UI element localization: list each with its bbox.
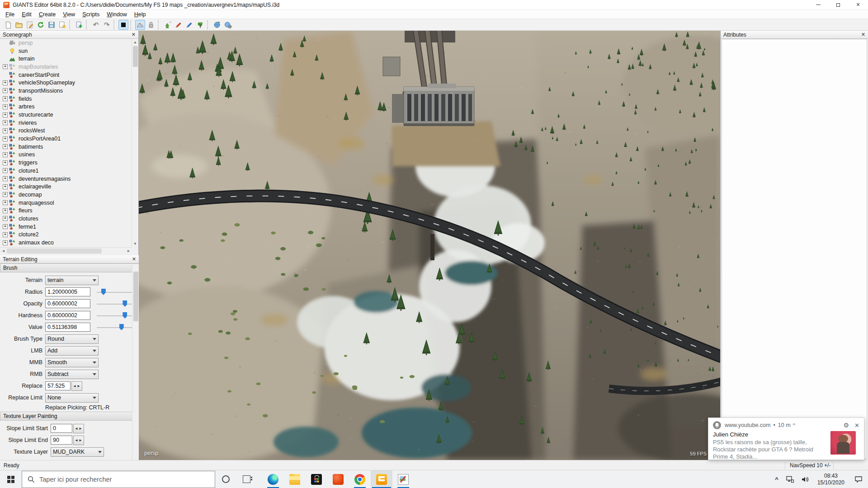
slider-handle[interactable] — [123, 300, 127, 307]
value-input[interactable]: 0.51136398 — [45, 323, 90, 332]
slope-limit-start-input[interactable]: 0 — [51, 424, 72, 433]
opacity-input[interactable]: 0.60000002 — [45, 299, 90, 308]
slope-limit-end-input[interactable]: 90 — [51, 436, 72, 445]
scenegraph-item-rockswest[interactable]: +rocksWest — [0, 127, 132, 135]
lmb-select[interactable]: Add — [45, 346, 99, 356]
replace-input[interactable]: 57.525 — [45, 381, 71, 390]
scenegraph-item-deventuresmagasins[interactable]: +deventuresmagasins — [0, 175, 132, 183]
scenegraph-item-clotures[interactable]: +clotures — [0, 215, 132, 223]
scenegraph-item-rivieres[interactable]: +rivieres — [0, 119, 132, 127]
menu-create[interactable]: Create — [35, 10, 60, 19]
radius-slider[interactable] — [97, 288, 133, 296]
scenegraph-item-usines[interactable]: +usines — [0, 151, 132, 159]
expand-plus-icon[interactable]: + — [3, 144, 8, 149]
texture-layer-painting-header[interactable]: Texture Layer Painting ▼ — [0, 412, 139, 421]
task-view-button[interactable] — [236, 470, 257, 488]
taskbar-app-giants-editor[interactable] — [371, 470, 392, 488]
scenegraph-vertical-scrollbar[interactable]: ▲ ▼ — [132, 39, 138, 247]
expand-plus-icon[interactable]: + — [3, 240, 8, 245]
taskbar-app-store[interactable] — [306, 470, 327, 488]
action-center-icon[interactable] — [849, 470, 868, 488]
taskbar-app-edge[interactable] — [262, 470, 284, 488]
scenegraph-item-terrain[interactable]: terrain — [0, 55, 132, 63]
scenegraph-item-cloture1[interactable]: +cloture1 — [0, 167, 132, 175]
notification-settings-icon[interactable]: ⚙ — [844, 422, 849, 429]
close-button[interactable]: ✕ — [848, 0, 868, 10]
replace-limit-select[interactable]: None — [45, 393, 99, 403]
scrollbar-thumb[interactable] — [133, 272, 138, 321]
viewport-3d-scene[interactable] — [139, 31, 720, 460]
notification-body[interactable]: Julien Chièze PS5 les raisons de sa (gro… — [708, 430, 864, 460]
menu-scripts[interactable]: Scripts — [79, 10, 103, 19]
browser-notification-popup[interactable]: www.youtube.com • 10 m ^ ⚙ ✕ Julien Chiè… — [708, 418, 864, 460]
network-icon[interactable] — [782, 470, 797, 488]
undo-icon[interactable]: ↶ — [91, 20, 101, 30]
scenegraph-item-batiments[interactable]: +batiments — [0, 143, 132, 151]
radius-input[interactable]: 1.20000005 — [45, 287, 90, 296]
scroll-up-icon[interactable]: ▲ — [132, 39, 138, 46]
taskbar-app-explorer[interactable] — [284, 470, 306, 488]
taskbar-search[interactable]: Taper ici pour rechercher — [22, 471, 215, 488]
brush-section-header[interactable]: Brush ▼ — [0, 263, 139, 272]
taskbar-app-office[interactable] — [327, 470, 349, 488]
scenegraph-item-rocksportarea01[interactable]: +rocksPortArea01 — [0, 135, 132, 143]
selection-square-icon[interactable] — [118, 20, 128, 30]
foliage-icon[interactable] — [195, 20, 205, 30]
scenegraph-item-structurecarte[interactable]: +structurecarte — [0, 111, 132, 119]
scroll-down-icon[interactable]: ▼ — [132, 240, 138, 247]
menu-view[interactable]: View — [59, 10, 79, 19]
scenegraph-item-arbres[interactable]: +arbres — [0, 103, 132, 111]
expand-plus-icon[interactable]: + — [3, 160, 8, 165]
expand-plus-icon[interactable]: + — [3, 128, 8, 133]
menu-help[interactable]: Help — [131, 10, 150, 19]
spinner-arrows-icon[interactable]: ◄► — [71, 381, 82, 391]
scenegraph-item-sun[interactable]: sun — [0, 47, 132, 55]
taskbar-app-chrome[interactable] — [349, 470, 371, 488]
value-slider[interactable] — [97, 324, 133, 331]
spinner-arrows-icon[interactable]: ◄► — [73, 424, 84, 433]
expand-plus-icon[interactable]: + — [3, 64, 8, 69]
expand-plus-icon[interactable]: + — [3, 216, 8, 221]
hardness-slider[interactable] — [97, 312, 133, 319]
scenegraph-item-fleurs[interactable]: +fleurs — [0, 206, 132, 215]
scenegraph-close-icon[interactable]: ✕ — [132, 32, 136, 38]
scenegraph-item-animaux-deco[interactable]: +animaux deco — [0, 239, 132, 247]
scroll-right-icon[interactable]: ► — [125, 249, 132, 253]
expand-plus-icon[interactable]: + — [3, 200, 8, 205]
scenegraph-item-vehicleshopgameplay[interactable]: +vehicleShopGameplay — [0, 79, 132, 87]
expand-plus-icon[interactable]: + — [3, 104, 8, 109]
paint-red-icon[interactable] — [174, 20, 184, 30]
world-settings-icon[interactable] — [223, 20, 233, 30]
world-reload-icon[interactable] — [212, 20, 222, 30]
scrollbar-thumb[interactable] — [133, 46, 138, 67]
texture-layer-select[interactable]: MUD_DARK — [51, 447, 104, 457]
scrollbar-thumb[interactable] — [7, 249, 102, 253]
reload-icon[interactable] — [36, 20, 46, 30]
cortana-button[interactable] — [215, 470, 236, 488]
spinner-arrows-icon[interactable]: ◄► — [73, 436, 84, 445]
expand-plus-icon[interactable]: + — [3, 176, 8, 181]
redo-icon[interactable]: ↷ — [102, 20, 112, 30]
taskbar-app-paint[interactable] — [392, 470, 414, 488]
expand-plus-icon[interactable]: + — [3, 120, 8, 125]
import-icon[interactable] — [57, 20, 67, 30]
chevron-up-icon[interactable]: ^ — [793, 422, 795, 428]
volume-icon[interactable] — [797, 470, 813, 488]
rmb-select[interactable]: Subtract — [45, 370, 99, 379]
scenegraph-item-decomap[interactable]: +decomap — [0, 191, 132, 199]
menu-edit[interactable]: Edit — [18, 10, 35, 19]
scenegraph-item-cloture2[interactable]: +cloture2 — [0, 231, 132, 239]
scenegraph-item-careerstartpoint[interactable]: careerStartPoint — [0, 71, 132, 79]
scenegraph-item-mapboundaries[interactable]: +mapBoundaries — [0, 63, 132, 71]
expand-plus-icon[interactable]: + — [3, 192, 8, 197]
notification-close-icon[interactable]: ✕ — [854, 422, 859, 429]
hardness-input[interactable]: 0.60000002 — [45, 311, 90, 320]
new-file-icon[interactable] — [3, 20, 13, 30]
scenegraph-item-transportmissions[interactable]: +transportMissions — [0, 87, 132, 95]
opacity-slider[interactable] — [97, 300, 133, 307]
slider-handle[interactable] — [119, 324, 124, 330]
scenegraph-item-fields[interactable]: +fields — [0, 95, 132, 103]
terrain-select[interactable]: terrain — [45, 276, 99, 285]
scenegraph-horizontal-scrollbar[interactable]: ◄ ► — [0, 247, 132, 254]
expand-plus-icon[interactable]: + — [3, 113, 8, 117]
